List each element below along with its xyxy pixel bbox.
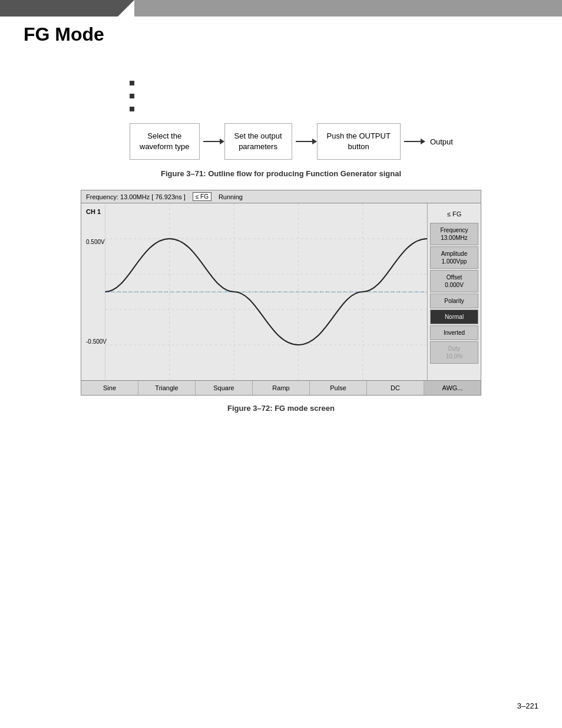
bullet-square-3	[130, 107, 134, 111]
flow-arrow-3	[401, 141, 425, 142]
scope-menu-polarity-normal[interactable]: Normal	[430, 309, 478, 324]
scope-menu-duty[interactable]: Duty10.0%	[430, 341, 478, 364]
flow-arrow-line-2	[296, 141, 313, 142]
bullet-item-1	[130, 81, 538, 85]
flow-output-label: Output	[430, 137, 453, 146]
scope-menu-fg[interactable]: ≤ FG	[430, 207, 478, 221]
flow-box-3-line1: Push the OUTPUT	[327, 131, 391, 140]
figure2-caption: Figure 3–72: FG mode screen	[24, 404, 538, 413]
header-bar-right	[134, 0, 562, 17]
flow-box-2-line1: Set the output	[234, 131, 282, 140]
flow-diagram: Select the waveform type Set the output …	[130, 123, 538, 160]
flow-box-3: Push the OUTPUT button	[317, 123, 401, 160]
flow-arrow-line-1	[203, 141, 221, 142]
bullet-square-1	[130, 81, 134, 85]
flow-box-2-line2: parameters	[239, 142, 277, 151]
scope-screen: CH 1 0.500V -0.500V	[81, 203, 428, 380]
scope-running-text: Running	[219, 193, 243, 200]
scope-right-panel: ≤ FG Frequency13.00MHz Amplitude1.000Vpp…	[428, 203, 481, 380]
scope-bottom-buttons: Sine Triangle Square Ramp Pulse DC AWG..…	[81, 380, 481, 395]
scope-menu-amplitude[interactable]: Amplitude1.000Vpp	[430, 246, 478, 269]
scope-btn-pulse[interactable]: Pulse	[310, 381, 367, 395]
bullet-square-2	[130, 94, 134, 98]
scope-btn-dc[interactable]: DC	[367, 381, 424, 395]
scope-btn-awg[interactable]: AWG...	[424, 381, 481, 395]
flow-box-1: Select the waveform type	[130, 123, 200, 160]
flow-arrow-2	[292, 141, 317, 142]
scope-btn-triangle[interactable]: Triangle	[138, 381, 196, 395]
figure1-caption: Figure 3–71: Outline flow for producing …	[24, 169, 538, 178]
page-number: 3–221	[517, 701, 538, 710]
bullet-item-3	[130, 107, 538, 111]
scope-fg-badge: ≤ FG	[193, 192, 211, 201]
scope-topbar: Frequency: 13.00MHz [ 76.923ns ] ≤ FG Ru…	[81, 190, 481, 203]
scope-menu-offset[interactable]: Offset0.000V	[430, 270, 478, 292]
flow-box-3-line2: button	[348, 142, 369, 151]
bullet-item-2	[130, 94, 538, 98]
scope-freq-text: Frequency: 13.00MHz [ 76.923ns ]	[86, 193, 186, 200]
header-bar	[0, 0, 562, 17]
flow-box-2: Set the output parameters	[224, 123, 292, 160]
scope-main: CH 1 0.500V -0.500V	[81, 203, 481, 380]
header-bar-slash	[118, 0, 134, 17]
bullet-area	[130, 81, 538, 111]
scope-fg-badge-text: ≤ FG	[196, 193, 209, 200]
flow-box-1-line1: Select the	[147, 131, 181, 140]
page-title: FG Mode	[0, 17, 562, 57]
scope-menu-frequency[interactable]: Frequency13.00MHz	[430, 223, 478, 245]
scope-menu-polarity-label: Polarity	[430, 294, 478, 308]
flow-arrow-1	[200, 141, 224, 142]
scope-menu-polarity-inverted[interactable]: Inverted	[430, 325, 478, 340]
scope-btn-ramp[interactable]: Ramp	[253, 381, 310, 395]
content: Select the waveform type Set the output …	[0, 81, 562, 413]
scope-wave-svg	[81, 203, 427, 380]
flow-box-1-line2: waveform type	[140, 142, 190, 151]
header-bar-left	[0, 0, 118, 17]
scope-container: Frequency: 13.00MHz [ 76.923ns ] ≤ FG Ru…	[81, 190, 481, 396]
scope-btn-sine[interactable]: Sine	[81, 381, 138, 395]
scope-btn-square[interactable]: Square	[196, 381, 253, 395]
flow-arrow-line-3	[404, 141, 422, 142]
